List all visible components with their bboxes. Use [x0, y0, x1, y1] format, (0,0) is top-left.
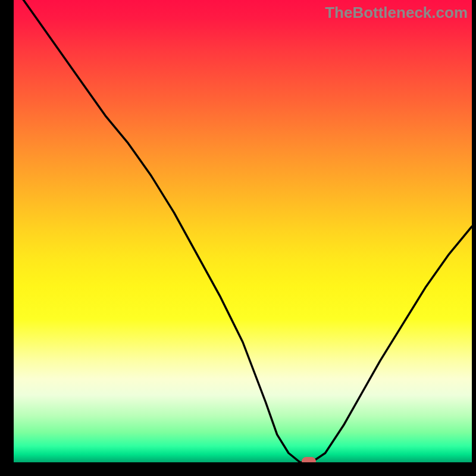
bottleneck-line	[14, 0, 472, 462]
watermark: TheBottleneck.com	[325, 4, 468, 22]
bottleneck-chart: TheBottleneck.com	[0, 0, 476, 476]
y-axis	[0, 0, 14, 476]
x-axis	[0, 462, 476, 476]
